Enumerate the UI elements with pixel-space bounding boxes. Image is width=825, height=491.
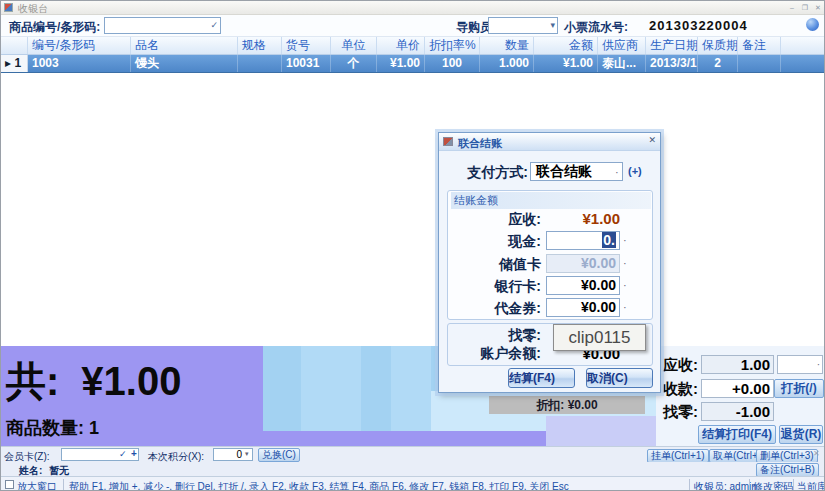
dot-icon[interactable]: · bbox=[623, 301, 627, 313]
col-header-price[interactable]: 单价 bbox=[377, 37, 425, 54]
hold-order-button[interactable]: 挂单(Ctrl+1) bbox=[647, 449, 709, 463]
cash-value: 0. bbox=[602, 232, 616, 248]
item-count: 商品数量: 1 bbox=[6, 416, 99, 440]
cell-discount-rate[interactable]: 100 bbox=[425, 55, 480, 72]
member-card-input[interactable] bbox=[61, 448, 139, 461]
col-header-unit[interactable]: 单位 bbox=[331, 37, 377, 54]
voucher-label: 代金券: bbox=[494, 300, 541, 318]
dot-icon[interactable]: · bbox=[623, 279, 627, 291]
divider bbox=[63, 479, 64, 491]
col-header-remark[interactable]: 备注 bbox=[738, 37, 781, 54]
col-header-name[interactable]: 品名 bbox=[131, 37, 238, 54]
voucher-input[interactable]: ¥0.00 bbox=[546, 298, 620, 317]
cell-price[interactable]: ¥1.00 bbox=[377, 55, 425, 72]
dot-icon[interactable]: · bbox=[817, 359, 820, 370]
check-icon[interactable]: ✓ bbox=[119, 449, 127, 459]
zoom-window-checkbox[interactable] bbox=[5, 480, 14, 489]
points-dropdown-icon[interactable]: ▾ bbox=[245, 450, 249, 458]
received-input[interactable]: +0.00 bbox=[701, 379, 774, 398]
settle-button[interactable]: 结算(F4) bbox=[508, 368, 575, 388]
dialog-title-bar[interactable]: 联合结账 ✕ bbox=[439, 133, 660, 151]
cell-shelf-life[interactable]: 2 bbox=[698, 55, 738, 72]
cell-code[interactable]: 1003 bbox=[28, 55, 131, 72]
divider bbox=[793, 479, 794, 491]
col-header-discount-rate[interactable]: 折扣率% bbox=[425, 37, 480, 54]
change-field: -1.00 bbox=[701, 402, 774, 421]
cell-amount[interactable]: ¥1.00 bbox=[534, 55, 598, 72]
col-header-qty[interactable]: 数量 bbox=[480, 37, 534, 54]
dialog-close-icon[interactable]: ✕ bbox=[648, 135, 656, 145]
return-button[interactable]: 退货(R) bbox=[779, 425, 823, 444]
row-number: 1 bbox=[14, 56, 21, 70]
col-header-code[interactable]: 编号/条形码 bbox=[28, 37, 131, 54]
total-label: 共: bbox=[6, 359, 59, 403]
add-payment-button[interactable]: (+) bbox=[628, 165, 642, 177]
hotkey-help: 帮助 F1, 增加 +, 减少 -, 删行 Del, 打折 /, 录入 F2, … bbox=[69, 480, 569, 491]
exchange-button[interactable]: 兑换(C) bbox=[258, 448, 300, 462]
dropdown-icon[interactable]: ▾ bbox=[550, 20, 555, 30]
tooltip: clip0115 bbox=[553, 324, 646, 351]
cell-name[interactable]: 馒头 bbox=[131, 55, 238, 72]
col-header-amount[interactable]: 金额 bbox=[534, 37, 598, 54]
dialog-change-label: 找零: bbox=[508, 327, 541, 345]
payment-method-select[interactable]: 联合结账 bbox=[530, 162, 623, 181]
dialog-receivable-value: ¥1.00 bbox=[546, 210, 620, 227]
bank-card-input[interactable]: ¥0.00 bbox=[546, 276, 620, 295]
barcode-input[interactable]: ✓ bbox=[104, 17, 221, 34]
col-header-artno[interactable]: 货号 bbox=[282, 37, 331, 54]
table-row[interactable]: ▸ 1 1003 馒头 10031 个 ¥1.00 100 1.000 ¥1.0… bbox=[1, 55, 825, 73]
guide-input[interactable]: ▾ bbox=[488, 17, 558, 34]
close-button[interactable]: ✕ bbox=[812, 3, 824, 12]
col-header-filler bbox=[781, 37, 825, 54]
discount-total-strip: 折扣: ¥0.00 bbox=[489, 396, 645, 414]
cell-remark[interactable] bbox=[738, 55, 781, 72]
receivable-field: 1.00 bbox=[701, 355, 774, 374]
settlement-dialog: 联合结账 ✕ 支付方式: 联合结账 · (+) 结账金额 应收: ¥1.00 现… bbox=[438, 132, 661, 393]
total-amount: 共:¥1.00 bbox=[6, 354, 181, 409]
change-password-link[interactable]: 修改密码 bbox=[753, 480, 793, 491]
delete-order-button[interactable]: 删单(Ctrl+3) bbox=[756, 449, 818, 463]
zoom-window-label[interactable]: 放大窗口 bbox=[17, 480, 57, 491]
app-icon bbox=[4, 3, 13, 12]
col-header-spec[interactable]: 规格 bbox=[238, 37, 282, 54]
col-header-shelf-life[interactable]: 保质期 bbox=[698, 37, 738, 54]
settle-print-button[interactable]: 结算打印(F4) bbox=[698, 425, 776, 444]
member-name-row: 姓名: 暂无 备注(Ctrl+B) bbox=[1, 462, 825, 476]
col-header-prod-date[interactable]: 生产日期 bbox=[646, 37, 698, 54]
cell-filler bbox=[781, 55, 825, 72]
cell-qty[interactable]: 1.000 bbox=[480, 55, 534, 72]
cell-supplier[interactable]: 泰山... bbox=[598, 55, 646, 72]
divider bbox=[749, 479, 750, 491]
plus-icon[interactable]: + bbox=[131, 448, 137, 459]
serial-refresh-icon[interactable] bbox=[806, 18, 819, 31]
bank-card-label: 银行卡: bbox=[494, 278, 541, 296]
totals-panel: 共:¥1.00 商品数量: 1 bbox=[1, 346, 263, 446]
cell-unit[interactable]: 个 bbox=[331, 55, 377, 72]
member-bar: 会员卡(Z): ✓ + 本次积分(X): 0 ▾ 兑换(C) 挂单(Ctrl+1… bbox=[1, 446, 825, 462]
toolbar: 商品编号/条形码: ✓ 导购员: ▾ 小票流水号: 201303220004 bbox=[1, 15, 825, 37]
combo-arrow-icon[interactable]: ✓ bbox=[210, 20, 218, 30]
balance-label: 账户余额: bbox=[480, 345, 541, 363]
small-close-icon[interactable]: ✕ bbox=[813, 449, 820, 458]
cash-input[interactable]: 0. bbox=[546, 231, 620, 250]
cash-label: 现金: bbox=[508, 233, 541, 251]
cancel-button[interactable]: 取消(C) bbox=[586, 368, 653, 388]
restore-button[interactable]: ❐ bbox=[799, 3, 811, 12]
col-header-rownum bbox=[1, 37, 28, 54]
col-header-supplier[interactable]: 供应商 bbox=[598, 37, 646, 54]
total-value: ¥1.00 bbox=[81, 359, 181, 403]
receivable-label: 应收: bbox=[663, 356, 703, 375]
cell-spec[interactable] bbox=[238, 55, 282, 72]
row-number-cell: ▸ 1 bbox=[1, 55, 28, 72]
dropdown-icon[interactable]: · bbox=[615, 166, 619, 178]
minimize-button[interactable]: – bbox=[786, 3, 798, 12]
pos-window: 收银台 – ❐ ✕ 商品编号/条形码: ✓ 导购员: ▾ 小票流水号: 2013… bbox=[0, 0, 825, 491]
dot-icon[interactable]: · bbox=[623, 234, 627, 246]
note-button[interactable]: 备注(Ctrl+B) bbox=[756, 463, 819, 477]
serial-label: 小票流水号: bbox=[564, 19, 628, 36]
cell-artno[interactable]: 10031 bbox=[282, 55, 331, 72]
discount-button[interactable]: 打折(/) bbox=[774, 379, 824, 398]
dialog-title: 联合结账 bbox=[458, 136, 502, 151]
cell-prod-date[interactable]: 2013/3/1 bbox=[646, 55, 698, 72]
receivable-combo[interactable]: · bbox=[777, 355, 823, 374]
